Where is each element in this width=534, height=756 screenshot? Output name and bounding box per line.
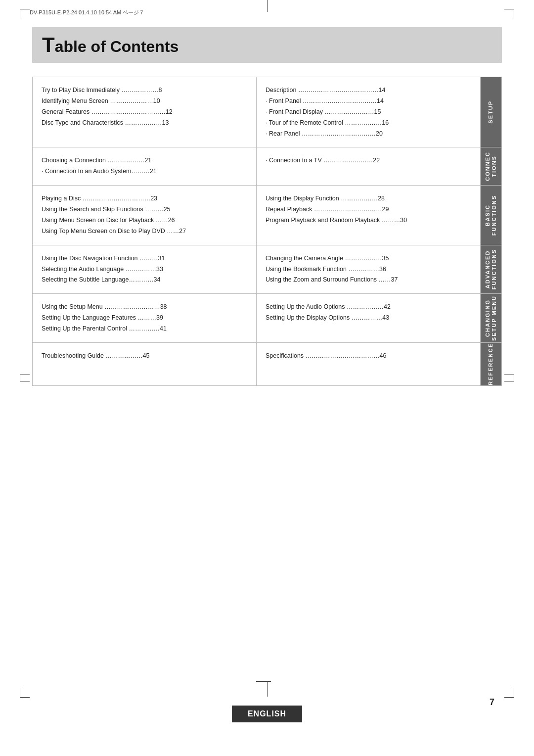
crop-mark-mr xyxy=(504,375,514,381)
toc-item: Troubleshooting Guide ………………45 xyxy=(42,351,249,362)
toc-item: Selecting the Subtitle Language…………34 xyxy=(42,275,249,285)
toc-item: · Front Panel ………………………………14 xyxy=(266,96,473,107)
toc-item: Playing a Disc ……………………………23 xyxy=(42,193,249,204)
page-number: 7 xyxy=(490,697,494,708)
toc-section-reference: Troubleshooting Guide ………………45 Specifica… xyxy=(32,343,502,386)
tab-advanced-label: ADVANCEDFUNCTIONS xyxy=(485,249,497,289)
toc-item: Selecting the Audio Language ……………33 xyxy=(42,264,249,275)
toc-changing-right: Setting Up the Audio Options ………………42 Se… xyxy=(257,294,481,342)
title-rest: able of Contents xyxy=(55,38,179,55)
toc-item: Using the Setup Menu ………………………38 xyxy=(42,302,249,313)
page-title: Table of Contents xyxy=(42,33,492,57)
crop-mark-ml xyxy=(20,375,30,381)
main-content: Table of Contents Try to Play Disc Immed… xyxy=(32,27,502,692)
toc-section-basic: Playing a Disc ……………………………23 Using the S… xyxy=(32,186,502,245)
toc-item: Program Playback and Random Playback ………… xyxy=(266,215,473,226)
toc-section-advanced: Using the Disc Navigation Function ………31… xyxy=(32,245,502,294)
crop-mark-tr xyxy=(504,9,514,19)
english-banner: ENGLISH xyxy=(232,706,302,722)
toc-reference-right: Specifications ………………………………46 xyxy=(257,343,481,385)
toc-item: Using the Bookmark Function ……………36 xyxy=(266,264,473,275)
toc-reference-left: Troubleshooting Guide ………………45 xyxy=(33,343,257,385)
crosshair-top xyxy=(263,4,271,12)
toc-item: Choosing a Connection ………………21 xyxy=(42,155,249,166)
toc-section-setup: Try to Play Disc Immediately ………………8 Ide… xyxy=(32,77,502,147)
toc-basic-left: Playing a Disc ……………………………23 Using the S… xyxy=(33,186,257,245)
title-box: Table of Contents xyxy=(32,27,502,63)
tab-changing-label: CHANGINGSETUP MENU xyxy=(485,295,497,341)
toc-item: Setting Up the Language Features ………39 xyxy=(42,313,249,324)
toc-advanced-left: Using the Disc Navigation Function ………31… xyxy=(33,245,257,294)
toc-item: Specifications ………………………………46 xyxy=(266,351,473,362)
toc-item: Using Menu Screen on Disc for Playback …… xyxy=(42,215,249,226)
tab-setup: SETUP xyxy=(481,77,501,147)
toc-item: Try to Play Disc Immediately ………………8 xyxy=(42,85,249,96)
title-big-t: T xyxy=(42,33,55,56)
toc-item: · Front Panel Display ……………………15 xyxy=(266,107,473,118)
toc-section-changing: Using the Setup Menu ………………………38 Setting… xyxy=(32,294,502,343)
toc-item: General Features ………………………………12 xyxy=(42,107,249,118)
crop-mark-tl xyxy=(20,9,30,19)
toc-item: Description …………………………………14 xyxy=(266,85,473,96)
toc-basic-right: Using the Display Function ………………28 Repe… xyxy=(257,186,481,245)
toc-setup-left: Try to Play Disc Immediately ………………8 Ide… xyxy=(33,77,257,147)
tab-connections-label: CONNECTIONS xyxy=(485,151,497,181)
toc-connections-left: Choosing a Connection ………………21 · Connect… xyxy=(33,147,257,185)
toc-item: Using the Zoom and Surround Functions ……… xyxy=(266,275,473,285)
tab-reference-label: REFERENCE xyxy=(488,343,494,385)
crop-mark-bl xyxy=(20,688,30,698)
toc-item: Identifying Menu Screen …………………10 xyxy=(42,96,249,107)
toc-item: Using the Search and Skip Functions ………2… xyxy=(42,204,249,215)
tab-advanced: ADVANCEDFUNCTIONS xyxy=(481,245,501,294)
toc-item: · Rear Panel ………………………………20 xyxy=(266,129,473,140)
toc-item: Changing the Camera Angle ………………35 xyxy=(266,253,473,264)
tab-changing: CHANGINGSETUP MENU xyxy=(481,294,501,342)
tab-setup-label: SETUP xyxy=(488,100,494,124)
toc-changing-left: Using the Setup Menu ………………………38 Setting… xyxy=(33,294,257,342)
page-meta: DV-P315U-E-P2-24 01.4.10 10:54 AM ページ７ xyxy=(30,9,144,16)
tab-connections: CONNECTIONS xyxy=(481,147,501,185)
tab-basic-label: BASICFUNCTIONS xyxy=(485,195,497,236)
toc-setup-right: Description …………………………………14 · Front Pane… xyxy=(257,77,481,147)
tab-basic: BASICFUNCTIONS xyxy=(481,186,501,245)
toc-item: Setting Up the Parental Control ……………41 xyxy=(42,324,249,334)
tab-reference: REFERENCE xyxy=(481,343,501,385)
toc-item: Using Top Menu Screen on Disc to Play DV… xyxy=(42,226,249,237)
toc-connections-right: · Connection to a TV ……………………22 xyxy=(257,147,481,185)
toc-item: Using the Disc Navigation Function ………31 xyxy=(42,253,249,264)
toc-section-connections: Choosing a Connection ………………21 · Connect… xyxy=(32,147,502,186)
toc-item: Setting Up the Audio Options ………………42 xyxy=(266,302,473,313)
crop-mark-br xyxy=(504,688,514,698)
toc-item: · Tour of the Remote Control ………………16 xyxy=(266,118,473,129)
toc-item: · Connection to an Audio System………21 xyxy=(42,166,249,177)
toc-item: Using the Display Function ………………28 xyxy=(266,193,473,204)
toc-item: Repeat Playback ……………………………29 xyxy=(266,204,473,215)
toc-advanced-right: Changing the Camera Angle ………………35 Using… xyxy=(257,245,481,294)
toc-item: · Connection to a TV ……………………22 xyxy=(266,155,473,166)
toc-item: Setting Up the Display Options ……………43 xyxy=(266,313,473,324)
toc-item: Disc Type and Characteristics ………………13 xyxy=(42,118,249,129)
